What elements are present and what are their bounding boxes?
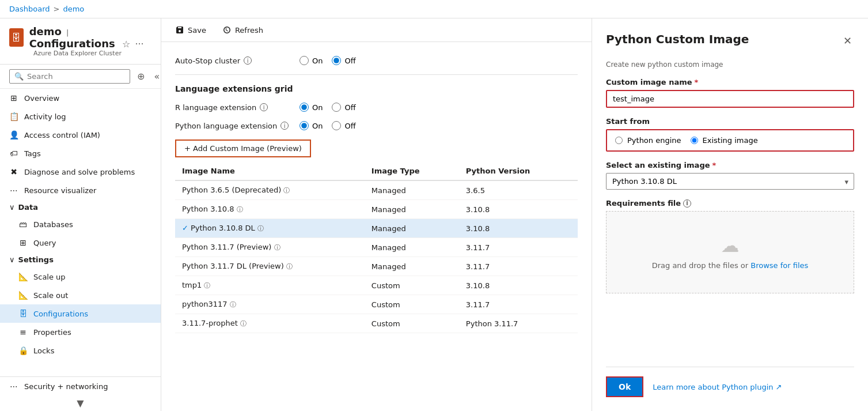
- python-on-radio[interactable]: [300, 121, 309, 130]
- r-on-option[interactable]: On: [300, 103, 323, 112]
- collapse-sidebar-icon[interactable]: «: [151, 70, 161, 83]
- info-icon[interactable]: ⓘ: [286, 263, 293, 270]
- requirements-info-icon[interactable]: i: [683, 199, 691, 208]
- r-off-radio[interactable]: [332, 103, 341, 112]
- autostop-off-radio[interactable]: [332, 56, 341, 65]
- save-icon: [175, 25, 184, 35]
- python-extension-info-icon[interactable]: i: [281, 122, 289, 130]
- sidebar-item-configurations[interactable]: 🗄 Configurations: [0, 304, 161, 323]
- table-row[interactable]: Python 3.11.7 DL (Preview) ⓘManaged3.11.…: [175, 257, 578, 276]
- favorite-star-icon[interactable]: ☆: [122, 39, 130, 50]
- refresh-button[interactable]: Refresh: [218, 23, 268, 37]
- cell-image-name: Python 3.11.7 (Preview) ⓘ: [175, 238, 365, 257]
- browse-files-link[interactable]: Browse for files: [751, 261, 808, 270]
- sidebar-item-label: Tags: [24, 149, 41, 158]
- search-input[interactable]: [27, 72, 125, 81]
- table-row[interactable]: 3.11.7-prophet ⓘCustomPython 3.11.7: [175, 314, 578, 333]
- resource-name: demo: [29, 25, 62, 37]
- r-extension-info-icon[interactable]: i: [260, 103, 268, 111]
- sidebar-item-databases[interactable]: 🗃 Databases: [0, 215, 161, 233]
- sidebar-item-diagnose[interactable]: ✖ Diagnose and solve problems: [0, 163, 161, 181]
- breadcrumb-dashboard[interactable]: Dashboard: [9, 5, 50, 13]
- add-custom-image-button[interactable]: + Add Custom Image (Preview): [175, 139, 311, 157]
- autostop-on-option[interactable]: On: [300, 56, 323, 65]
- sidebar-item-tags[interactable]: 🏷 Tags: [0, 144, 161, 163]
- sidebar-item-label: Security + networking: [24, 382, 108, 391]
- sidebar-item-activity-log[interactable]: 📋 Activity log: [0, 107, 161, 126]
- info-icon[interactable]: ⓘ: [204, 282, 210, 289]
- info-icon[interactable]: ⓘ: [274, 244, 281, 251]
- sidebar-item-label: Query: [33, 239, 56, 247]
- checkmark-icon: ✓: [182, 224, 188, 232]
- python-engine-radio[interactable]: [615, 137, 623, 144]
- table-row[interactable]: Python 3.11.7 (Preview) ⓘManaged3.11.7: [175, 238, 578, 257]
- settings-section-label: Settings: [18, 255, 54, 264]
- save-button[interactable]: Save: [170, 23, 211, 37]
- overview-icon: ⊞: [9, 93, 18, 103]
- python-extension-radio-group: On Off: [300, 121, 356, 130]
- required-marker: *: [695, 78, 699, 86]
- more-options-icon[interactable]: ···: [135, 39, 143, 50]
- sidebar-item-resource-visualizer[interactable]: ⋯ Resource visualizer: [0, 181, 161, 199]
- autostop-info-icon[interactable]: i: [244, 56, 252, 65]
- autostop-on-radio[interactable]: [300, 56, 309, 65]
- cell-image-name: tmp1 ⓘ: [175, 276, 365, 295]
- breadcrumb: Dashboard > demo: [0, 0, 868, 18]
- table-row[interactable]: python3117 ⓘCustom3.11.7: [175, 295, 578, 314]
- custom-image-name-input[interactable]: [606, 90, 854, 108]
- select-existing-label: Select an existing image *: [606, 161, 854, 169]
- learn-more-link[interactable]: Learn more about Python plugin ↗: [653, 383, 782, 391]
- tags-icon: 🏷: [9, 149, 18, 158]
- r-on-label: On: [312, 103, 323, 112]
- sidebar-item-overview[interactable]: ⊞ Overview: [0, 89, 161, 107]
- autostop-off-option[interactable]: Off: [332, 56, 355, 65]
- info-icon[interactable]: ⓘ: [257, 225, 264, 232]
- table-row[interactable]: Python 3.6.5 (Deprecated) ⓘManaged3.6.5: [175, 180, 578, 200]
- sidebar-item-locks[interactable]: 🔒 Locks: [0, 341, 161, 360]
- r-extension-radio-group: On Off: [300, 103, 356, 112]
- sidebar-bottom: ⋯ Security + networking ▼: [0, 376, 161, 411]
- python-off-option[interactable]: Off: [332, 121, 355, 130]
- expand-icon[interactable]: ⊕: [135, 70, 147, 83]
- settings-section-header[interactable]: ∨ Settings: [0, 252, 161, 267]
- data-section-header[interactable]: ∨ Data: [0, 199, 161, 215]
- file-drop-zone[interactable]: ☁ Drag and drop the files or Browse for …: [606, 211, 854, 293]
- ok-button[interactable]: Ok: [606, 376, 643, 397]
- python-on-label: On: [312, 122, 323, 130]
- sidebar-search-section: 🔍 ⊕ «: [0, 65, 161, 89]
- r-off-option[interactable]: Off: [332, 103, 355, 112]
- sidebar-item-scale-out[interactable]: 📐 Scale out: [0, 286, 161, 304]
- locks-icon: 🔒: [18, 346, 28, 355]
- learn-more-label: Learn more about Python plugin: [653, 383, 773, 391]
- table-row[interactable]: tmp1 ⓘCustom3.10.8: [175, 276, 578, 295]
- sidebar-item-security-networking[interactable]: ⋯ Security + networking: [0, 377, 161, 395]
- autostop-label: Auto-Stop cluster i: [175, 56, 290, 65]
- sidebar-item-iam[interactable]: 👤 Access control (IAM): [0, 126, 161, 144]
- info-icon[interactable]: ⓘ: [283, 187, 290, 194]
- info-icon[interactable]: ⓘ: [240, 320, 247, 327]
- start-from-group: Start from Python engine Existing image: [606, 117, 854, 152]
- cell-python-version: 3.11.7: [459, 295, 578, 314]
- info-icon[interactable]: ⓘ: [230, 301, 236, 308]
- python-off-radio[interactable]: [332, 121, 341, 130]
- sidebar-item-properties[interactable]: ≡ Properties: [0, 323, 161, 341]
- existing-image-select[interactable]: Python 3.10.8 DL: [606, 173, 854, 190]
- r-on-radio[interactable]: [300, 103, 309, 112]
- query-icon: ⊞: [18, 238, 28, 247]
- sidebar-item-scale-up[interactable]: 📐 Scale up: [0, 267, 161, 286]
- panel-close-button[interactable]: ✕: [841, 32, 854, 49]
- existing-image-radio[interactable]: [691, 137, 698, 144]
- python-on-option[interactable]: On: [300, 121, 323, 130]
- info-icon[interactable]: ⓘ: [237, 206, 243, 213]
- table-row[interactable]: Python 3.10.8 ⓘManaged3.10.8: [175, 200, 578, 219]
- table-row[interactable]: ✓Python 3.10.8 DL ⓘManaged3.10.8: [175, 219, 578, 238]
- scale-up-icon: 📐: [18, 272, 28, 281]
- python-off-label: Off: [344, 122, 355, 130]
- sidebar-item-query[interactable]: ⊞ Query: [0, 233, 161, 252]
- image-table-container: Image Name Image Type Python Version Pyt…: [175, 162, 578, 333]
- python-engine-option[interactable]: Python engine: [615, 136, 681, 145]
- breadcrumb-current[interactable]: demo: [63, 5, 84, 13]
- existing-image-option[interactable]: Existing image: [691, 136, 758, 145]
- python-extension-label: Python language extension i: [175, 122, 290, 130]
- cell-python-version: 3.10.8: [459, 276, 578, 295]
